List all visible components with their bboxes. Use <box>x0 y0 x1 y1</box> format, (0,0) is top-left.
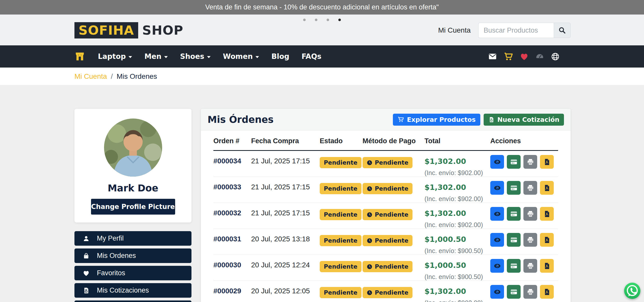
table-row: #000031 20 Jul, 2025 13:18 Pendiente Pen… <box>213 229 558 255</box>
order-total: $1,302.00 <box>424 183 490 192</box>
view-order-button[interactable] <box>490 207 504 221</box>
payment-status-badge: Pendiente <box>363 183 413 194</box>
main-navbar: Laptop Men Shoes Women Blog FAQs <box>0 45 644 68</box>
breadcrumb-account-link[interactable]: Mi Cuenta <box>74 72 107 81</box>
payment-status-badge: Pendiente <box>363 287 413 298</box>
sidebar-item-mis-cotizaciones[interactable]: Mis Cotizaciones <box>74 283 191 298</box>
view-order-button[interactable] <box>490 181 504 195</box>
download-pdf-button[interactable] <box>540 207 554 221</box>
payment-status-cell: Pendiente <box>363 151 424 177</box>
download-pdf-button[interactable] <box>540 155 554 169</box>
sidebar-item-mis-ordenes[interactable]: Mis Ordenes <box>74 248 191 263</box>
new-quote-button[interactable]: Nueva Cotización <box>484 114 564 126</box>
view-order-button[interactable] <box>490 155 504 169</box>
order-number: #000032 <box>213 203 251 229</box>
carousel-dot[interactable] <box>303 19 306 21</box>
sidebar-item-my-perfil[interactable]: My Perfil <box>74 231 191 246</box>
logo[interactable]: SOFIHA SHOP <box>74 22 183 38</box>
print-order-button[interactable] <box>523 285 537 299</box>
store-icon[interactable] <box>74 51 85 62</box>
order-status-cell: Pendiente <box>320 229 363 255</box>
envelope-icon[interactable] <box>488 52 497 61</box>
sidebar-item-favoritos[interactable]: Favoritos <box>74 266 191 280</box>
nav-item-label: Blog <box>271 52 289 61</box>
shipping-note: (Inc. envío: $900.50) <box>424 273 490 281</box>
print-order-button[interactable] <box>523 259 537 273</box>
document-icon <box>83 287 90 294</box>
download-pdf-button[interactable] <box>540 233 554 247</box>
shipping-note: (Inc. envío: $902.00) <box>424 221 490 229</box>
eye-icon <box>494 184 501 192</box>
view-order-button[interactable] <box>490 259 504 273</box>
nav-item-women[interactable]: Women <box>223 52 259 61</box>
search-button[interactable] <box>554 23 571 38</box>
change-profile-picture-button[interactable]: Change Profile Picture <box>91 199 175 215</box>
download-pdf-button[interactable] <box>540 259 554 273</box>
search-icon <box>558 27 566 34</box>
eye-icon <box>494 158 501 166</box>
print-order-button[interactable] <box>523 181 537 195</box>
breadcrumb: Mi Cuenta / Mis Ordenes <box>0 68 644 85</box>
order-date: 21 Jul, 2025 17:15 <box>251 151 320 177</box>
payment-status-badge: Pendiente <box>363 209 413 220</box>
shipping-note: (Inc. envío: $900.50) <box>424 247 490 255</box>
credit-card-icon <box>510 262 518 270</box>
carousel-dot[interactable] <box>315 19 317 21</box>
carousel-dot[interactable] <box>338 19 341 21</box>
wishlist-heart-icon[interactable] <box>520 52 529 61</box>
explore-products-button[interactable]: Explorar Productos <box>393 114 480 126</box>
pay-order-button[interactable] <box>507 285 521 299</box>
pay-order-button[interactable] <box>507 155 521 169</box>
order-total-cell: $1,000.50 (Inc. envío: $900.50) <box>424 229 490 255</box>
order-total-cell: $1,302.00 (Inc. envío: $902.00) <box>424 281 490 302</box>
pay-order-button[interactable] <box>507 207 521 221</box>
printer-icon <box>527 210 534 218</box>
carousel-dot[interactable] <box>327 19 329 21</box>
print-order-button[interactable] <box>523 233 537 247</box>
pay-order-button[interactable] <box>507 233 521 247</box>
nav-item-faqs[interactable]: FAQs <box>302 52 321 61</box>
account-link[interactable]: Mi Cuenta <box>438 26 471 34</box>
cart-icon[interactable] <box>504 52 513 61</box>
status-badge: Pendiente <box>320 209 362 220</box>
column-header-date: Fecha Compra <box>251 137 320 145</box>
sidebar-item-partial[interactable] <box>74 300 191 302</box>
print-order-button[interactable] <box>523 155 537 169</box>
order-total-cell: $1,302.00 (Inc. envío: $902.00) <box>424 177 490 203</box>
nav-item-blog[interactable]: Blog <box>271 52 289 61</box>
status-badge-label: Pendiente <box>324 263 357 270</box>
order-total-cell: $1,302.00 (Inc. envío: $902.00) <box>424 203 490 229</box>
nav-item-shoes[interactable]: Shoes <box>180 52 211 61</box>
breadcrumb-current: Mis Ordenes <box>117 72 157 81</box>
download-pdf-button[interactable] <box>540 181 554 195</box>
nav-item-men[interactable]: Men <box>144 52 168 61</box>
view-order-button[interactable] <box>490 233 504 247</box>
order-total: $1,000.50 <box>424 235 490 244</box>
payment-status-label: Pendiente <box>375 185 408 192</box>
cart-icon <box>397 116 404 123</box>
page-title: Mis Órdenes <box>208 114 274 125</box>
order-status-cell: Pendiente <box>320 255 363 281</box>
print-order-button[interactable] <box>523 207 537 221</box>
view-order-button[interactable] <box>490 285 504 299</box>
payment-status-cell: Pendiente <box>363 229 424 255</box>
pay-order-button[interactable] <box>507 259 521 273</box>
nav-item-label: Laptop <box>98 52 126 61</box>
status-badge-label: Pendiente <box>324 237 357 244</box>
avatar <box>104 119 162 177</box>
document-icon <box>488 116 495 123</box>
credit-card-icon <box>510 210 518 218</box>
table-row: #000033 21 Jul, 2025 17:15 Pendiente Pen… <box>213 177 558 203</box>
order-status-cell: Pendiente <box>320 203 363 229</box>
nav-item-label: Women <box>223 52 253 61</box>
whatsapp-button[interactable] <box>624 283 640 299</box>
eye-icon <box>494 210 501 218</box>
language-globe-icon[interactable] <box>551 52 560 61</box>
search-input[interactable] <box>478 23 554 38</box>
payment-status-cell: Pendiente <box>363 281 424 302</box>
dashboard-icon[interactable] <box>535 52 544 61</box>
nav-item-laptop[interactable]: Laptop <box>98 52 132 61</box>
download-pdf-button[interactable] <box>540 285 554 299</box>
pay-order-button[interactable] <box>507 181 521 195</box>
printer-icon <box>527 158 534 166</box>
